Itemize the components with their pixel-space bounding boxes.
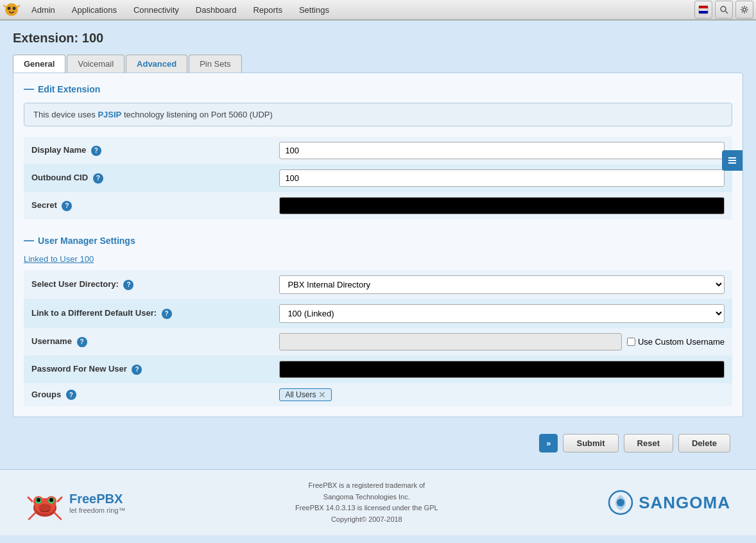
nav-icons-group (694, 1, 753, 19)
info-box: This device uses PJSIP technology listen… (24, 103, 732, 126)
password-input[interactable] (279, 361, 725, 378)
password-label: Password For New User (31, 364, 127, 374)
svg-point-21 (49, 498, 53, 502)
custom-username-label: Use Custom Username (627, 337, 725, 347)
secret-input[interactable] (279, 197, 725, 214)
password-help-icon[interactable]: ? (132, 365, 142, 375)
nav-applications[interactable]: Applications (64, 2, 125, 18)
sidebar-list-button[interactable] (722, 150, 743, 171)
svg-line-9 (725, 11, 728, 13)
flag-icon-button[interactable] (694, 1, 712, 19)
search-icon-button[interactable] (715, 1, 733, 19)
default-user-row: Link to a Different Default User: ? 100 … (24, 299, 732, 328)
svg-line-23 (28, 497, 32, 501)
groups-row: Groups ? All Users ✕ (24, 383, 732, 406)
user-directory-select[interactable]: PBX Internal Directory (279, 275, 725, 294)
default-user-select[interactable]: 100 (Linked) (279, 304, 725, 323)
svg-point-28 (617, 499, 624, 506)
edit-extension-header: — Edit Extension (24, 83, 732, 95)
top-navigation: Admin Applications Connectivity Dashboar… (0, 0, 756, 21)
secret-row: Secret ? (24, 192, 732, 220)
edit-extension-form: Display Name ? Outbound CID ? (24, 137, 732, 220)
svg-line-3 (3, 5, 6, 7)
username-help-icon[interactable]: ? (77, 337, 87, 347)
linked-user-link[interactable]: Linked to User 100 (24, 254, 732, 264)
user-directory-label: Select User Directory: (31, 279, 119, 289)
svg-point-20 (37, 498, 40, 502)
group-tag-remove[interactable]: ✕ (318, 390, 326, 399)
footer-sangoma: SANGOMA (608, 490, 730, 515)
expand-button[interactable]: » (539, 434, 558, 452)
user-directory-help-icon[interactable]: ? (123, 280, 133, 290)
groups-help-icon[interactable]: ? (66, 390, 76, 400)
custom-username-checkbox[interactable] (627, 338, 635, 346)
username-input[interactable] (279, 333, 622, 350)
nav-admin[interactable]: Admin (23, 2, 64, 18)
user-manager-section: — User Manager Settings Linked to User 1… (24, 235, 732, 406)
svg-rect-11 (728, 157, 736, 159)
svg-line-25 (29, 513, 35, 519)
freepbx-frog-logo-icon (26, 483, 64, 522)
outbound-cid-input[interactable] (279, 169, 725, 187)
nav-connectivity[interactable]: Connectivity (125, 2, 187, 18)
username-input-row: Use Custom Username (279, 333, 725, 350)
settings-icon-button[interactable] (735, 1, 753, 19)
delete-button[interactable]: Delete (678, 434, 730, 452)
default-user-help-icon[interactable]: ? (162, 309, 172, 319)
outbound-cid-row: Outbound CID ? (24, 164, 732, 192)
sangoma-logo-icon (608, 490, 633, 515)
secret-label: Secret (31, 200, 57, 210)
footer-logo: FreePBX let freedom ring™ (26, 483, 125, 522)
tab-voicemail[interactable]: Voicemail (67, 55, 125, 73)
svg-point-10 (743, 8, 746, 12)
submit-button[interactable]: Submit (563, 434, 618, 452)
svg-rect-7 (699, 11, 708, 13)
display-name-help-icon[interactable]: ? (91, 146, 101, 156)
tabs-container: General Voicemail Advanced Pin Sets (13, 55, 743, 73)
user-manager-form: Select User Directory: ? PBX Internal Di… (24, 270, 732, 406)
search-icon (719, 5, 728, 14)
footer-brand-text: FreePBX let freedom ring™ (69, 492, 125, 514)
footer-tagline: let freedom ring™ (69, 506, 125, 514)
user-directory-row: Select User Directory: ? PBX Internal Di… (24, 270, 732, 299)
tab-pinsets[interactable]: Pin Sets (189, 55, 241, 73)
sangoma-brand-name: SANGOMA (639, 493, 730, 513)
outbound-cid-label: Outbound CID (31, 173, 88, 182)
page-title: Extension: 100 (13, 31, 743, 46)
svg-point-2 (13, 7, 16, 10)
groups-container: All Users ✕ (279, 388, 725, 401)
username-label: Username (31, 336, 72, 346)
svg-point-8 (721, 6, 726, 12)
footer-brand-name: FreePBX (69, 492, 125, 506)
outbound-cid-help-icon[interactable]: ? (93, 173, 103, 184)
tab-advanced[interactable]: Advanced (126, 55, 187, 73)
footer: FreePBX let freedom ring™ FreePBX is a r… (0, 469, 756, 535)
nav-dashboard[interactable]: Dashboard (187, 2, 245, 18)
display-name-row: Display Name ? (24, 137, 732, 164)
secret-help-icon[interactable]: ? (62, 201, 72, 211)
display-name-input[interactable] (279, 142, 725, 159)
nav-settings[interactable]: Settings (291, 2, 338, 18)
svg-rect-13 (728, 162, 736, 164)
user-manager-collapse-icon[interactable]: — (24, 235, 34, 246)
display-name-label: Display Name (31, 145, 86, 155)
password-row: Password For New User ? (24, 356, 732, 383)
list-icon (727, 155, 737, 166)
svg-line-24 (58, 497, 62, 501)
svg-line-4 (17, 5, 20, 7)
user-manager-header: — User Manager Settings (24, 235, 732, 246)
flag-icon (698, 4, 709, 15)
main-card: — Edit Extension This device uses PJSIP … (13, 73, 743, 417)
freepbx-logo-icon (3, 1, 21, 19)
reset-button[interactable]: Reset (624, 434, 673, 452)
page-content: Extension: 100 General Voicemail Advance… (0, 21, 756, 469)
svg-rect-6 (699, 6, 708, 8)
collapse-icon[interactable]: — (24, 83, 34, 95)
nav-reports[interactable]: Reports (245, 2, 291, 18)
username-row: Username ? Use Custom Username (24, 328, 732, 356)
group-tag-all-users: All Users ✕ (279, 388, 332, 401)
svg-point-0 (5, 3, 18, 16)
tab-general[interactable]: General (13, 55, 65, 73)
svg-point-1 (8, 7, 11, 10)
footer-center-text: FreePBX is a registered trademark of San… (295, 480, 438, 525)
